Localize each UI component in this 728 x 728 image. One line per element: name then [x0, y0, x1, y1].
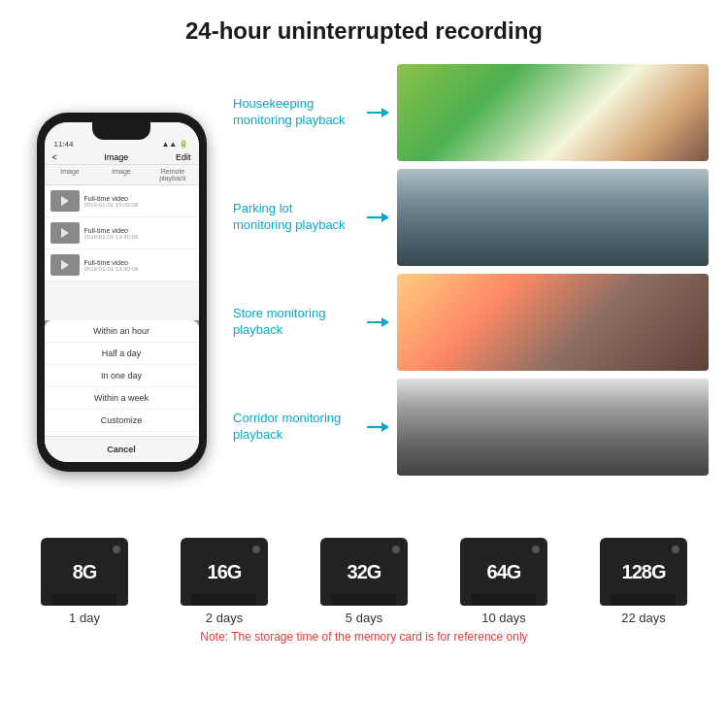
phone-section: 11:44 ▲▲ 🔋 < Image Edit Image Image Remo… [19, 54, 223, 530]
monitoring-row-2: Parking lotmonitoring playback [233, 169, 709, 266]
card-item-32g: 32G 5 days [320, 538, 408, 625]
phone-item-label-2: Full-time video [84, 227, 139, 234]
phone-tab-remote[interactable]: Remote playback [148, 165, 199, 184]
dropdown-item-3[interactable]: In one day [45, 365, 199, 387]
monitoring-label-4: Corridor monitoringplayback [233, 411, 359, 444]
dropdown-cancel[interactable]: Cancel [45, 436, 199, 462]
phone-time: 11:44 [54, 140, 74, 149]
phone-screen: 11:44 ▲▲ 🔋 < Image Edit Image Image Remo… [45, 122, 199, 462]
phone-header-bar: < Image Edit [45, 150, 199, 165]
connector-2 [367, 213, 389, 222]
phone-item-label-1: Full-time video [84, 195, 139, 202]
card-item-16g: 16G 2 days [181, 538, 268, 625]
phone-thumb-3 [50, 254, 80, 276]
phone-tab-image2[interactable]: Image [96, 165, 148, 184]
phone-list-item-2: Full-time video 2019-01-01 13:45:06 [45, 217, 199, 249]
monitoring-label-3: Store monitoringplayback [233, 306, 359, 339]
phone-item-date-1: 2019-01-01 15:00:08 [84, 202, 139, 208]
phone-thumb-2 [50, 222, 80, 244]
phone-notch [92, 122, 150, 140]
play-icon-3 [61, 260, 69, 270]
phone-screen-title: Image [104, 152, 128, 162]
sd-card-label-128g: 128G [622, 561, 666, 583]
monitoring-image-housekeeping [397, 64, 709, 161]
sd-card-8g: 8G [41, 538, 128, 606]
phone-item-info-3: Full-time video 2019-01-01 13:40:08 [84, 259, 139, 272]
connector-4 [367, 422, 389, 432]
card-days-64g: 10 days [481, 611, 526, 625]
card-item-128g: 128G 22 days [600, 538, 687, 625]
monitoring-row-3: Store monitoringplayback [233, 274, 709, 371]
phone-icons: ▲▲ 🔋 [161, 140, 188, 149]
sd-card-128g: 128G [600, 538, 687, 606]
monitoring-image-parking [397, 169, 709, 266]
card-days-128g: 22 days [621, 611, 666, 625]
play-icon-1 [61, 196, 69, 206]
monitoring-row-4: Corridor monitoringplayback [233, 379, 709, 476]
phone-device: 11:44 ▲▲ 🔋 < Image Edit Image Image Remo… [37, 113, 207, 472]
connector-3 [367, 317, 389, 327]
h-line-4 [367, 426, 381, 428]
monitoring-image-corridor [397, 379, 709, 476]
phone-list-item-3: Full-time video 2019-01-01 13:40:08 [45, 249, 199, 281]
cards-row: 8G 1 day 16G 2 days 32G 5 days 64G 10 da… [15, 538, 713, 625]
h-line-2 [367, 216, 381, 218]
dropdown-item-5[interactable]: Customize [45, 410, 199, 432]
card-days-8g: 1 day [69, 611, 100, 625]
sd-card-label-64g: 64G [487, 561, 521, 583]
card-item-64g: 64G 10 days [460, 538, 547, 625]
h-line-1 [367, 112, 381, 114]
dropdown-item-4[interactable]: Within a week [45, 387, 199, 410]
page-title: 24-hour uninterrupted recording [19, 17, 709, 45]
phone-thumb-1 [50, 190, 80, 212]
play-icon-2 [61, 228, 69, 238]
monitoring-label-1: Housekeepingmonitoring playback [233, 96, 359, 129]
dropdown-item-1[interactable]: Within an hour [45, 320, 199, 343]
phone-item-info-2: Full-time video 2019-01-01 13:45:06 [84, 227, 139, 240]
phone-edit[interactable]: Edit [176, 152, 191, 162]
arrow-tip-4 [381, 422, 389, 432]
sd-card-label-32g: 32G [347, 561, 381, 583]
phone-tabs: Image Image Remote playback [45, 165, 199, 185]
sd-card-16g: 16G [181, 538, 268, 606]
arrow-tip-2 [381, 213, 389, 222]
monitoring-row-1: Housekeepingmonitoring playback [233, 64, 709, 161]
phone-tab-image[interactable]: Image [45, 165, 96, 184]
phone-item-info-1: Full-time video 2019-01-01 15:00:08 [84, 195, 139, 208]
page-header: 24-hour uninterrupted recording [0, 0, 728, 54]
card-days-16g: 2 days [206, 611, 243, 625]
phone-dropdown: Within an hour Half a day In one day Wit… [45, 320, 199, 462]
phone-back[interactable]: < [52, 152, 57, 162]
sd-card-label-16g: 16G [208, 561, 242, 583]
card-days-32g: 5 days [346, 611, 382, 625]
dropdown-item-2[interactable]: Half a day [45, 343, 199, 365]
monitoring-label-2: Parking lotmonitoring playback [233, 201, 359, 234]
h-line-3 [367, 321, 381, 323]
phone-item-date-3: 2019-01-01 13:40:08 [84, 266, 139, 272]
note-text: Note: The storage time of the memory car… [15, 630, 713, 644]
sd-card-64g: 64G [460, 538, 547, 606]
sd-card-label-8g: 8G [73, 561, 97, 583]
phone-item-label-3: Full-time video [84, 259, 139, 266]
monitoring-image-store [397, 274, 709, 371]
connector-1 [367, 108, 389, 117]
card-item-8g: 8G 1 day [41, 538, 128, 625]
main-content: 11:44 ▲▲ 🔋 < Image Edit Image Image Remo… [0, 54, 728, 530]
phone-item-date-2: 2019-01-01 13:45:06 [84, 234, 139, 240]
phone-dropdown-inner: Within an hour Half a day In one day Wit… [45, 320, 199, 462]
phone-list-item-1: Full-time video 2019-01-01 15:00:08 [45, 185, 199, 217]
bottom-section: 8G 1 day 16G 2 days 32G 5 days 64G 10 da… [0, 530, 728, 648]
sd-card-32g: 32G [320, 538, 408, 606]
arrow-tip-1 [381, 108, 389, 117]
right-section: Housekeepingmonitoring playback Parking … [233, 54, 709, 530]
arrow-tip-3 [381, 317, 389, 327]
